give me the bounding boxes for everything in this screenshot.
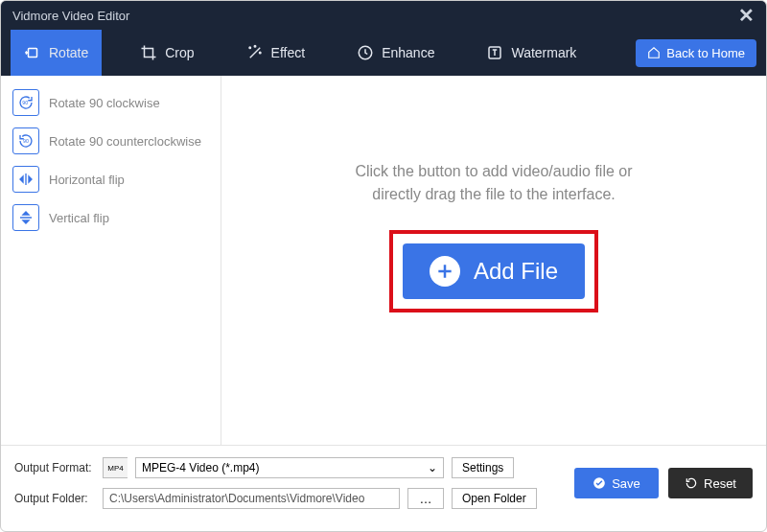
home-icon bbox=[647, 46, 661, 59]
tab-label: Enhance bbox=[382, 45, 434, 60]
reset-icon bbox=[685, 476, 698, 490]
reset-button[interactable]: Reset bbox=[668, 468, 753, 498]
output-format-select[interactable]: MPEG-4 Video (*.mp4) ⌄ bbox=[135, 457, 444, 478]
sidebar-item-horizontal-flip[interactable]: Horizontal flip bbox=[12, 166, 209, 193]
enhance-icon bbox=[357, 44, 374, 61]
output-folder-row: Output Folder: C:\Users\Administrator\Do… bbox=[14, 488, 574, 509]
hint-line: Click the button to add video/audio file… bbox=[355, 160, 632, 183]
output-folder-value: C:\Users\Administrator\Documents\Vidmore… bbox=[109, 492, 364, 505]
save-label: Save bbox=[612, 476, 640, 491]
rotate-cw-icon: 90 bbox=[12, 89, 39, 116]
chevron-down-icon: ⌄ bbox=[428, 461, 437, 474]
output-format-value: MPEG-4 Video (*.mp4) bbox=[142, 461, 260, 474]
bottom-panel: Output Format: MP4 MPEG-4 Video (*.mp4) … bbox=[1, 445, 766, 520]
top-nav: Rotate Crop Effect Enhance Watermark Bac… bbox=[1, 30, 766, 76]
close-icon[interactable]: ✕ bbox=[738, 4, 755, 27]
plus-icon bbox=[430, 256, 460, 287]
tab-label: Crop bbox=[165, 45, 194, 60]
output-format-row: Output Format: MP4 MPEG-4 Video (*.mp4) … bbox=[14, 457, 574, 478]
save-button[interactable]: Save bbox=[574, 468, 659, 498]
app-title: Vidmore Video Editor bbox=[12, 9, 129, 23]
svg-point-1 bbox=[249, 47, 251, 49]
check-icon bbox=[593, 476, 606, 490]
sidebar-item-rotate-ccw[interactable]: 90 Rotate 90 counterclockwise bbox=[12, 127, 209, 154]
tab-effect[interactable]: Effect bbox=[233, 30, 319, 76]
svg-point-2 bbox=[254, 46, 256, 48]
sidebar-item-vertical-flip[interactable]: Vertical flip bbox=[12, 204, 209, 231]
horizontal-flip-icon bbox=[12, 166, 39, 193]
sidebar: 90 Rotate 90 clockwise 90 Rotate 90 coun… bbox=[1, 76, 221, 445]
tab-label: Effect bbox=[271, 45, 306, 60]
tab-rotate[interactable]: Rotate bbox=[11, 30, 102, 76]
sidebar-item-rotate-cw[interactable]: 90 Rotate 90 clockwise bbox=[12, 89, 209, 116]
svg-text:90: 90 bbox=[23, 138, 29, 144]
settings-button[interactable]: Settings bbox=[452, 457, 514, 478]
back-to-home-button[interactable]: Back to Home bbox=[636, 39, 756, 67]
browse-label: … bbox=[420, 492, 432, 506]
tab-enhance[interactable]: Enhance bbox=[343, 30, 448, 76]
watermark-icon bbox=[486, 44, 503, 61]
tab-label: Watermark bbox=[511, 45, 576, 60]
browse-button[interactable]: … bbox=[407, 488, 444, 509]
sidebar-item-label: Horizontal flip bbox=[49, 173, 125, 187]
open-folder-button[interactable]: Open Folder bbox=[452, 488, 537, 509]
open-folder-label: Open Folder bbox=[462, 492, 526, 505]
output-folder-label: Output Folder: bbox=[14, 492, 95, 505]
svg-point-3 bbox=[259, 52, 261, 54]
tab-crop[interactable]: Crop bbox=[127, 30, 207, 76]
effect-icon bbox=[246, 44, 264, 61]
action-buttons: Save Reset bbox=[574, 468, 753, 498]
sidebar-item-label: Rotate 90 counterclockwise bbox=[49, 134, 201, 149]
home-label: Back to Home bbox=[666, 46, 745, 60]
output-format-label: Output Format: bbox=[14, 461, 95, 474]
tab-watermark[interactable]: Watermark bbox=[473, 30, 590, 76]
reset-label: Reset bbox=[704, 476, 736, 491]
settings-label: Settings bbox=[462, 461, 503, 474]
output-folder-field[interactable]: C:\Users\Administrator\Documents\Vidmore… bbox=[103, 488, 400, 509]
add-file-highlight: Add File bbox=[389, 230, 598, 312]
vertical-flip-icon bbox=[12, 204, 39, 231]
sidebar-item-label: Vertical flip bbox=[49, 211, 109, 225]
tab-label: Rotate bbox=[49, 45, 88, 60]
main-area: 90 Rotate 90 clockwise 90 Rotate 90 coun… bbox=[1, 76, 766, 445]
add-file-label: Add File bbox=[474, 258, 558, 285]
rotate-ccw-icon: 90 bbox=[12, 127, 39, 154]
svg-rect-0 bbox=[29, 49, 37, 58]
crop-icon bbox=[140, 44, 157, 61]
hint-line: directly drag the file to the interface. bbox=[355, 183, 632, 206]
format-prefix-icon: MP4 bbox=[103, 457, 128, 478]
add-file-button[interactable]: Add File bbox=[403, 243, 585, 299]
content-area: Click the button to add video/audio file… bbox=[221, 76, 766, 445]
sidebar-item-label: Rotate 90 clockwise bbox=[49, 96, 160, 110]
svg-text:90: 90 bbox=[22, 100, 28, 105]
rotate-icon bbox=[24, 44, 41, 61]
titlebar: Vidmore Video Editor ✕ bbox=[1, 1, 766, 30]
hint-text: Click the button to add video/audio file… bbox=[355, 160, 632, 206]
